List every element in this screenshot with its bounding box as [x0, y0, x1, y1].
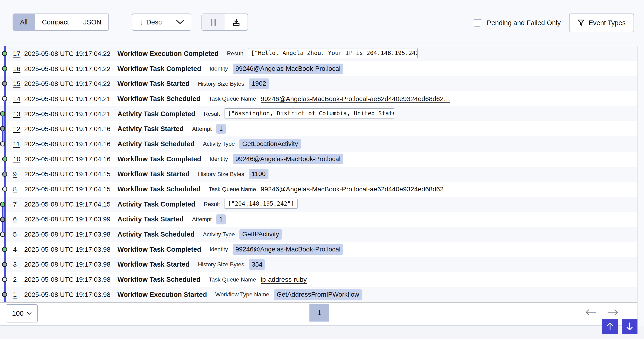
event-attr-value: 99246@Angelas-MacBook-Pro.local — [233, 64, 344, 74]
event-history-table: 17 2025-05-08 UTC 19:17:04.22 Workflow E… — [0, 46, 637, 303]
event-name: Workflow Task Started — [118, 80, 190, 88]
attr-value-badge: 99246@Angelas-MacBook-Pro.local — [233, 244, 344, 255]
event-row[interactable]: 4 2025-05-08 UTC 19:17:03.98 Workflow Ta… — [0, 242, 637, 257]
event-attr-value: GetIPActivity — [240, 229, 282, 240]
event-timestamp: 2025-05-08 UTC 19:17:04.15 — [24, 200, 110, 208]
event-id-link[interactable]: 1 — [13, 291, 22, 298]
sort-dropdown-button[interactable] — [169, 14, 191, 30]
event-row[interactable]: 16 2025-05-08 UTC 19:17:04.22 Workflow T… — [0, 61, 637, 76]
attr-value-link[interactable]: ip-address-ruby — [260, 276, 307, 283]
event-row[interactable]: 11 2025-05-08 UTC 19:17:04.16 Activity T… — [0, 136, 637, 152]
event-row[interactable]: 3 2025-05-08 UTC 19:17:03.98 Workflow Ta… — [0, 257, 637, 272]
attr-value-code: ["Hello, Angela Zhou. Your IP is 204.148… — [248, 48, 418, 58]
previous-page-arrow[interactable] — [585, 309, 596, 315]
event-attr-label: Activity Type — [203, 141, 235, 147]
event-id-link[interactable]: 9 — [13, 170, 22, 178]
tab-compact[interactable]: Compact — [34, 14, 76, 30]
chevron-down-icon — [176, 20, 184, 25]
page-size-select[interactable]: 100 — [6, 304, 38, 322]
pending-failed-checkbox[interactable] — [474, 19, 481, 27]
right-gutter — [638, 46, 644, 326]
tab-all[interactable]: All — [13, 14, 34, 30]
event-name: Workflow Task Scheduled — [118, 276, 200, 283]
pause-button[interactable] — [202, 14, 225, 30]
event-attr-value: 99246@Angelas-MacBook-Pro.local-ae62d440… — [260, 185, 450, 193]
arrow-down-icon — [626, 322, 633, 330]
event-row[interactable]: 12 2025-05-08 UTC 19:17:04.16 Activity T… — [0, 121, 637, 136]
event-row[interactable]: 7 2025-05-08 UTC 19:17:04.15 Activity Ta… — [0, 197, 637, 212]
event-id-link[interactable]: 5 — [13, 230, 22, 238]
view-tab-group: All Compact JSON — [12, 14, 109, 31]
event-id-link[interactable]: 7 — [13, 200, 22, 208]
download-button[interactable] — [225, 14, 248, 30]
event-id-link[interactable]: 8 — [13, 185, 22, 193]
event-row[interactable]: 1 2025-05-08 UTC 19:17:03.98 Workflow Ex… — [0, 287, 637, 302]
event-timestamp: 2025-05-08 UTC 19:17:04.16 — [24, 155, 110, 163]
event-attr-value: 99246@Angelas-MacBook-Pro.local — [233, 244, 344, 255]
attr-value-badge: 1 — [216, 214, 226, 225]
next-page-arrow[interactable] — [608, 309, 618, 315]
event-attr-label: Result — [227, 50, 243, 57]
event-attr-label: Identity — [210, 66, 228, 72]
event-id-link[interactable]: 14 — [13, 95, 22, 103]
scroll-to-bottom-button[interactable] — [622, 319, 638, 334]
event-timestamp: 2025-05-08 UTC 19:17:03.98 — [24, 260, 110, 268]
event-id-link[interactable]: 2 — [13, 276, 22, 283]
event-attr-label: Task Queue Name — [209, 96, 256, 102]
event-types-label: Event Types — [589, 19, 626, 27]
event-attr-label: Task Queue Name — [209, 276, 256, 283]
event-name: Workflow Task Started — [118, 260, 190, 268]
event-name: Activity Task Scheduled — [118, 140, 194, 148]
event-row[interactable]: 8 2025-05-08 UTC 19:17:04.15 Workflow Ta… — [0, 182, 637, 197]
event-attr-value: ["Hello, Angela Zhou. Your IP is 204.148… — [248, 48, 418, 59]
event-row[interactable]: 17 2025-05-08 UTC 19:17:04.22 Workflow E… — [0, 46, 637, 61]
scroll-to-top-button[interactable] — [602, 319, 618, 334]
event-id-link[interactable]: 15 — [13, 80, 22, 88]
current-page-button[interactable]: 1 — [310, 304, 329, 321]
event-id-link[interactable]: 16 — [13, 65, 22, 73]
event-id-link[interactable]: 13 — [13, 110, 22, 118]
event-id-link[interactable]: 10 — [13, 155, 22, 163]
attr-value-badge: 99246@Angelas-MacBook-Pro.local — [233, 154, 344, 164]
tab-json[interactable]: JSON — [76, 14, 108, 30]
event-name: Activity Task Completed — [118, 110, 196, 118]
event-attr-value: 1100 — [249, 169, 268, 179]
page-size-value: 100 — [12, 309, 24, 317]
event-id-link[interactable]: 12 — [13, 125, 22, 133]
arrow-up-icon — [606, 322, 614, 330]
event-id-link[interactable]: 11 — [13, 140, 22, 148]
event-id-link[interactable]: 6 — [13, 215, 22, 223]
event-status-dot — [0, 217, 5, 222]
event-id-link[interactable]: 4 — [13, 246, 22, 253]
attr-value-link[interactable]: 99246@Angelas-MacBook-Pro.local-ae62d440… — [260, 95, 450, 102]
event-status-dot — [2, 247, 7, 252]
event-history-panel: 17 2025-05-08 UTC 19:17:04.22 Workflow E… — [0, 46, 638, 303]
event-timestamp: 2025-05-08 UTC 19:17:03.98 — [24, 291, 110, 298]
event-row[interactable]: 14 2025-05-08 UTC 19:17:04.21 Workflow T… — [0, 91, 637, 106]
event-row[interactable]: 9 2025-05-08 UTC 19:17:04.15 Workflow Ta… — [0, 167, 637, 182]
event-status-dot — [0, 141, 5, 146]
event-attr-label: Attempt — [192, 126, 212, 132]
event-status-dot — [2, 96, 7, 101]
toolbar-right-controls: Pending and Failed Only Event Types — [474, 0, 634, 46]
event-types-button[interactable]: Event Types — [569, 14, 634, 32]
event-row[interactable]: 13 2025-05-08 UTC 19:17:04.21 Activity T… — [0, 106, 637, 122]
event-row[interactable]: 5 2025-05-08 UTC 19:17:03.98 Activity Ta… — [0, 227, 637, 242]
event-attr-value: 1 — [216, 214, 226, 225]
event-attr-value: ["204.148.195.242"] — [224, 199, 298, 210]
event-timestamp: 2025-05-08 UTC 19:17:03.98 — [24, 230, 110, 238]
event-row[interactable]: 10 2025-05-08 UTC 19:17:04.16 Workflow T… — [0, 152, 637, 167]
event-attr-value: 99246@Angelas-MacBook-Pro.local — [233, 154, 344, 164]
attr-value-link[interactable]: 99246@Angelas-MacBook-Pro.local-ae62d440… — [260, 185, 450, 193]
event-timestamp: 2025-05-08 UTC 19:17:04.15 — [24, 170, 110, 178]
attr-value-badge: GetAddressFromIPWorkflow — [274, 289, 362, 300]
event-row[interactable]: 2 2025-05-08 UTC 19:17:03.98 Workflow Ta… — [0, 272, 637, 287]
funnel-icon — [578, 19, 585, 27]
event-id-link[interactable]: 17 — [13, 50, 22, 58]
sort-desc-button[interactable]: ↓ Desc — [132, 14, 169, 30]
event-row[interactable]: 6 2025-05-08 UTC 19:17:03.99 Activity Ta… — [0, 212, 637, 227]
event-row[interactable]: 15 2025-05-08 UTC 19:17:04.22 Workflow T… — [0, 76, 637, 91]
event-status-dot — [2, 66, 7, 71]
event-name: Activity Task Started — [118, 215, 184, 223]
event-id-link[interactable]: 3 — [13, 260, 22, 268]
